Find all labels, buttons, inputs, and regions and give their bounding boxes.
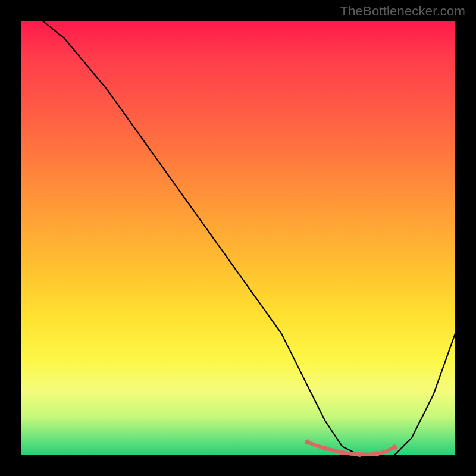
- plot-area: [21, 21, 455, 455]
- marker-dot: [340, 450, 345, 455]
- chart-svg: [21, 21, 455, 455]
- series-group: [43, 21, 456, 455]
- marker-dot: [305, 440, 310, 445]
- marker-dot: [357, 452, 362, 457]
- brand-label: TheBottlenecker.com: [340, 4, 465, 19]
- marker-dot: [374, 451, 380, 456]
- marker-dot: [322, 446, 328, 451]
- series-optimal-zone: [308, 442, 394, 454]
- series-bottleneck-curve: [43, 21, 456, 455]
- marker-dot: [392, 444, 397, 450]
- chart-frame: TheBottlenecker.com: [0, 0, 476, 476]
